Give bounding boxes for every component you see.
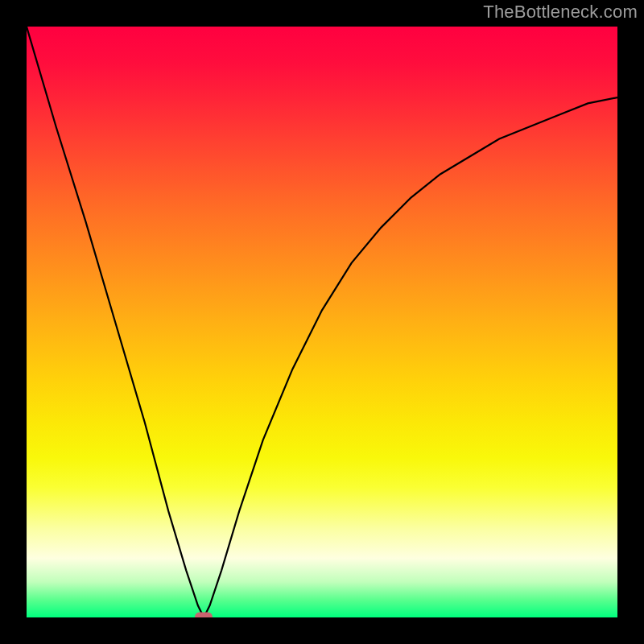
bottleneck-curve (27, 27, 617, 617)
minimum-marker (195, 613, 213, 618)
watermark-text: TheBottleneck.com (483, 2, 638, 23)
plot-area (27, 27, 617, 617)
curve-svg (27, 27, 617, 617)
chart-frame: TheBottleneck.com (0, 0, 644, 644)
